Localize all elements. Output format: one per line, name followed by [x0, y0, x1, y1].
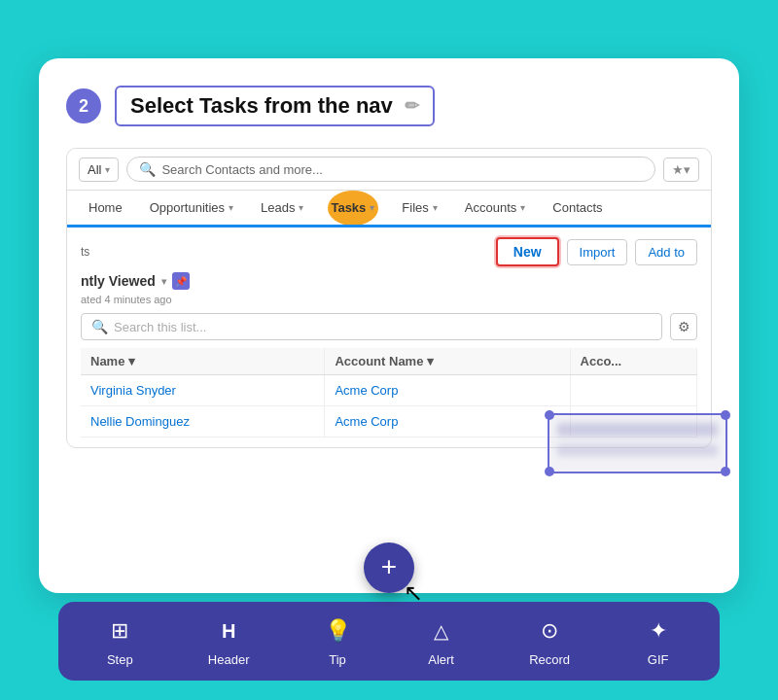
- step-badge: 2: [66, 88, 101, 123]
- list-search-icon: 🔍: [91, 319, 108, 334]
- action-buttons: New Import Add to: [496, 237, 697, 266]
- favorites-button[interactable]: ★▾: [663, 158, 699, 182]
- col-acco-header: Acco...: [570, 348, 696, 375]
- contacts-table: Name ▾ Account Name ▾ Acco...: [81, 348, 697, 438]
- row1-name-link[interactable]: Virginia Snyder: [90, 383, 176, 398]
- global-search-bar[interactable]: 🔍 Search Contacts and more...: [126, 157, 655, 182]
- row2-account: Acme Corp: [325, 406, 570, 438]
- sf-topbar: All ▾ 🔍 Search Contacts and more... ★▾: [67, 149, 711, 191]
- name-sort-icon: ▾: [128, 354, 135, 368]
- row1-account-link[interactable]: Acme Corp: [335, 383, 398, 398]
- row2-account-link[interactable]: Acme Corp: [335, 414, 398, 429]
- nav-item-contacts[interactable]: Contacts: [539, 191, 616, 225]
- gif-label: GIF: [648, 652, 669, 667]
- search-icon: 🔍: [139, 161, 156, 177]
- record-icon: ⊙: [534, 615, 565, 647]
- settings-gear-button[interactable]: ⚙: [670, 313, 697, 340]
- step-title-box: Select Tasks from the nav ✏: [115, 86, 435, 126]
- tip-label: Tip: [329, 652, 346, 667]
- add-to-button[interactable]: Add to: [635, 239, 697, 265]
- toolbar-item-step[interactable]: ⊞ Step: [104, 615, 135, 667]
- toolbar-item-tip[interactable]: 💡 Tip: [322, 615, 353, 667]
- add-plus-button[interactable]: +: [364, 542, 414, 593]
- search-list-row: 🔍 Search this list... ⚙: [81, 313, 697, 340]
- gif-icon: ✦: [643, 615, 674, 647]
- toolbar-item-alert[interactable]: △ Alert: [426, 615, 457, 667]
- row1-acco: [570, 375, 696, 406]
- step-icon: ⊞: [104, 615, 135, 647]
- sf-nav: Home Opportunities ▾ Leads ▾ Tasks ▾ Fil…: [67, 191, 711, 228]
- row1-name: Virginia Snyder: [81, 375, 325, 406]
- nav-item-accounts[interactable]: Accounts ▾: [451, 191, 539, 225]
- import-button[interactable]: Import: [567, 239, 628, 265]
- updated-text: ated 4 minutes ago: [81, 294, 697, 305]
- files-chevron: ▾: [433, 202, 438, 213]
- content-header: ts New Import Add to: [81, 237, 697, 266]
- alert-label: Alert: [428, 652, 454, 667]
- viewed-chevron: ▾: [161, 276, 166, 287]
- account-sort-icon: ▾: [427, 354, 434, 368]
- step-title-text: Select Tasks from the nav: [130, 93, 393, 119]
- breadcrumb-text: ts: [81, 245, 89, 259]
- record-label: Record: [529, 652, 570, 667]
- bottom-toolbar: ⊞ Step H Header 💡 Tip △ Alert ⊙ Record ✦…: [58, 602, 720, 681]
- recently-viewed-row: ntly Viewed ▾ 📌: [81, 272, 697, 290]
- step-header: 2 Select Tasks from the nav ✏: [66, 86, 712, 126]
- recently-viewed-label: ntly Viewed: [81, 273, 156, 289]
- toolbar-item-record[interactable]: ⊙ Record: [529, 615, 570, 667]
- row2-name: Nellie Dominguez: [81, 406, 325, 438]
- list-search-input[interactable]: 🔍 Search this list...: [81, 313, 662, 340]
- new-button[interactable]: New: [496, 237, 559, 266]
- main-card: 2 Select Tasks from the nav ✏ All ▾ 🔍 Se…: [39, 58, 739, 593]
- nav-item-opportunities[interactable]: Opportunities ▾: [136, 191, 247, 225]
- list-search-placeholder: Search this list...: [114, 320, 206, 334]
- toolbar-item-gif[interactable]: ✦ GIF: [643, 615, 674, 667]
- nav-item-tasks[interactable]: Tasks ▾: [317, 191, 388, 225]
- opportunities-chevron: ▾: [229, 202, 233, 213]
- table-row: Nellie Dominguez Acme Corp: [81, 406, 697, 438]
- accounts-chevron: ▾: [520, 202, 525, 213]
- tasks-chevron: ▾: [370, 202, 374, 213]
- toolbar-item-header[interactable]: H Header: [208, 615, 250, 667]
- tip-icon: 💡: [322, 615, 353, 647]
- table-row: Virginia Snyder Acme Corp: [81, 375, 697, 406]
- all-button[interactable]: All ▾: [79, 158, 119, 182]
- nav-item-files[interactable]: Files ▾: [388, 191, 450, 225]
- alert-icon: △: [426, 615, 457, 647]
- edit-icon[interactable]: ✏: [405, 95, 419, 117]
- step-label: Step: [107, 652, 133, 667]
- plus-icon: +: [381, 553, 397, 580]
- header-label: Header: [208, 652, 250, 667]
- pin-icon[interactable]: 📌: [172, 272, 190, 290]
- row2-name-link[interactable]: Nellie Dominguez: [90, 414, 190, 429]
- leads-chevron: ▾: [299, 202, 303, 213]
- header-icon: H: [213, 615, 244, 647]
- nav-item-leads[interactable]: Leads ▾: [247, 191, 317, 225]
- sf-container: All ▾ 🔍 Search Contacts and more... ★▾ H…: [66, 148, 712, 448]
- sf-content: ts New Import Add to ntly Viewed ▾ 📌 ate…: [67, 228, 711, 447]
- col-name-header: Name ▾: [81, 348, 325, 375]
- row1-account: Acme Corp: [325, 375, 570, 406]
- nav-item-home[interactable]: Home: [75, 191, 136, 225]
- col-account-header: Account Name ▾: [325, 348, 570, 375]
- all-chevron: ▾: [105, 164, 110, 175]
- row2-acco: [570, 406, 696, 438]
- search-placeholder-text: Search Contacts and more...: [161, 162, 322, 177]
